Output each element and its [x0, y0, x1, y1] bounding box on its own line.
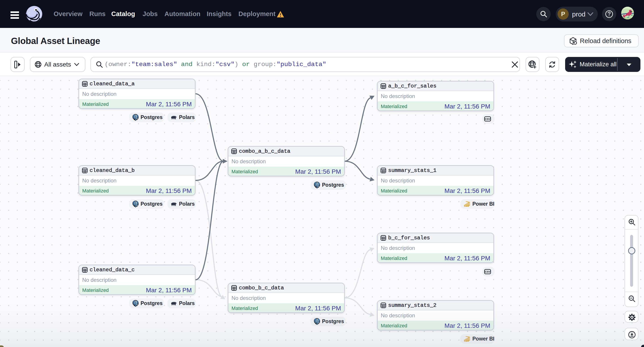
svg-text:CSV: CSV	[485, 118, 490, 120]
svg-text:CSV: CSV	[485, 270, 490, 273]
